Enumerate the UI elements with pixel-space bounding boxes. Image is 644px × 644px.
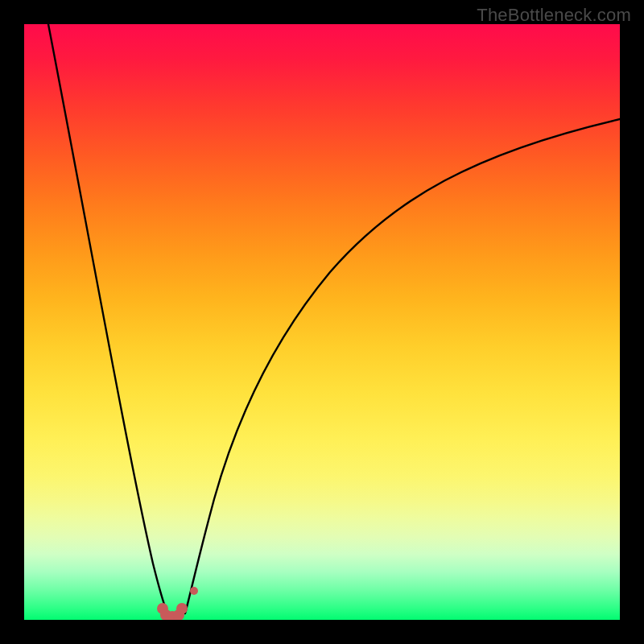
chart-frame: TheBottleneck.com bbox=[0, 0, 644, 644]
watermark-text: TheBottleneck.com bbox=[477, 5, 631, 26]
bottleneck-curve-right bbox=[185, 119, 620, 613]
plot-area bbox=[24, 24, 620, 620]
curve-layer bbox=[24, 24, 620, 620]
trough-marker bbox=[176, 603, 188, 614]
outlier-marker bbox=[190, 587, 198, 595]
bottleneck-curve-left bbox=[48, 24, 167, 613]
